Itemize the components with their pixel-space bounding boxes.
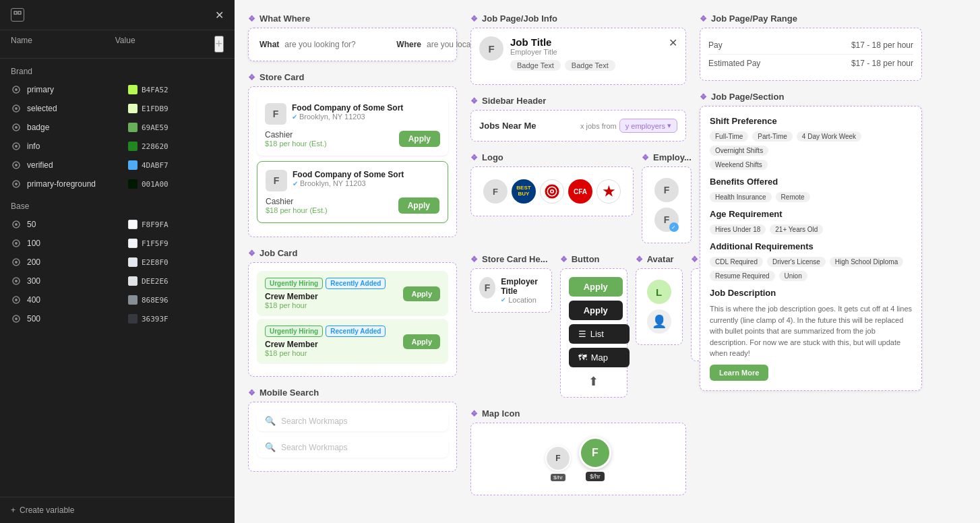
apply-btn-job-1[interactable]: Apply bbox=[403, 286, 440, 301]
chip-under18: Hires Under 18 bbox=[710, 224, 766, 235]
search-icon-2: 🔍 bbox=[265, 442, 276, 452]
var-value-badge: 69AE59 bbox=[128, 123, 224, 132]
var-row-info[interactable]: info 228620 bbox=[0, 137, 235, 156]
create-variable-button[interactable]: + Create variable bbox=[11, 505, 74, 515]
pay-range-title: ❖ Job Page/Pay Range bbox=[700, 13, 922, 24]
employer-avatar-1: F bbox=[265, 103, 286, 125]
panel-close-button[interactable]: ✕ bbox=[215, 9, 224, 22]
map-pin-gray-sm: F bbox=[545, 445, 571, 471]
badge-text-1: Badge Text bbox=[510, 60, 561, 71]
job-pay-1: $18 per hour (Est.) bbox=[265, 140, 327, 148]
map-pin-gray-label: $/hr bbox=[551, 474, 565, 481]
var-row-500[interactable]: 500 36393F bbox=[0, 309, 235, 328]
pay-range-label: Job Page/Pay Range bbox=[711, 13, 797, 24]
btn-apply-dark[interactable]: Apply bbox=[569, 301, 623, 320]
what-input[interactable] bbox=[284, 40, 386, 49]
var-name-100: 100 bbox=[27, 239, 123, 248]
job-pay-sm-1: $18 per hour bbox=[265, 301, 398, 309]
button-list: Apply Apply ☰ List 🗺 Map ⬆ bbox=[569, 277, 619, 389]
var-row-verified[interactable]: verified 4DABF7 bbox=[0, 156, 235, 175]
diamond-icon: ❖ bbox=[248, 14, 255, 24]
shift-chips: Full-Time Part-Time 4 Day Work Week Over… bbox=[710, 131, 912, 156]
btn-list[interactable]: ☰ List bbox=[569, 324, 630, 344]
var-name-selected: selected bbox=[27, 104, 123, 113]
sidebar-header-label: Sidebar Header bbox=[482, 96, 546, 106]
apply-button-2[interactable]: Apply bbox=[398, 197, 439, 214]
store-card-2: F Food Company of Some Sort ✔ Brooklyn, … bbox=[257, 161, 448, 223]
chip-cdl: CDL Required bbox=[710, 257, 763, 267]
y-employers-button[interactable]: y employers ▾ bbox=[619, 119, 677, 133]
map-icon-title: ❖ Map Icon bbox=[470, 408, 686, 419]
add-req-chips-1: CDL Required Driver's License High Schoo… bbox=[710, 257, 912, 267]
job-card-2-info: Urgently Hiring Recently Added Crew Memb… bbox=[265, 326, 398, 357]
var-row-badge[interactable]: badge 69AE59 bbox=[0, 118, 235, 137]
var-row-400[interactable]: 400 868E96 bbox=[0, 290, 235, 309]
store-card-container: F Food Company of Some Sort ✔ Brooklyn, … bbox=[248, 86, 457, 237]
var-row-100[interactable]: 100 F1F5F9 bbox=[0, 234, 235, 253]
employer-logos: F F ✓ bbox=[650, 175, 683, 235]
apply-btn-job-2[interactable]: Apply bbox=[403, 334, 440, 349]
color-swatch-badge bbox=[128, 123, 137, 132]
badge-text-2: Badge Text bbox=[565, 60, 615, 71]
chip-21plus: 21+ Years Old bbox=[770, 224, 823, 235]
search-placeholder-1[interactable]: Search Workmaps bbox=[281, 417, 440, 426]
add-req-title: Additional Requirements bbox=[710, 241, 912, 251]
store-card-2-header: F Food Company of Some Sort ✔ Brooklyn, … bbox=[266, 170, 439, 191]
diamond-icon: ❖ bbox=[248, 73, 255, 82]
chip-remote: Remote bbox=[776, 192, 810, 202]
btn-apply-green[interactable]: Apply bbox=[569, 277, 623, 297]
map-icon-btn: 🗺 bbox=[578, 352, 587, 363]
var-row-200[interactable]: 200 E2E8F0 bbox=[0, 253, 235, 272]
job-info-2: Cashier $18 per hour (Est.) bbox=[266, 197, 328, 214]
var-row-300[interactable]: 300 DEE2E6 bbox=[0, 272, 235, 290]
job-pay-2: $18 per hour (Est.) bbox=[266, 206, 328, 214]
pay-label: Pay bbox=[708, 40, 723, 50]
btn-map[interactable]: 🗺 Map bbox=[569, 348, 630, 367]
tag-recently-added-1: Recently Added bbox=[326, 278, 386, 289]
search-placeholder-2[interactable]: Search Workmaps bbox=[281, 443, 440, 452]
var-value-100: F1F5F9 bbox=[128, 239, 224, 248]
map-icon-label: Map Icon bbox=[482, 408, 520, 419]
var-row-50[interactable]: 50 F8F9FA bbox=[0, 215, 235, 234]
avatar-title: ❖ Avatar bbox=[636, 254, 683, 264]
color-swatch-primary bbox=[128, 85, 137, 94]
job-card-label: Job Card bbox=[259, 248, 297, 258]
job-name-1: Crew Member bbox=[265, 292, 398, 301]
verified-icon-1: ✔ bbox=[292, 113, 297, 121]
var-name-info: info bbox=[27, 142, 123, 151]
logo-target bbox=[540, 179, 564, 204]
var-row-primary[interactable]: primary B4FA52 bbox=[0, 80, 235, 99]
verified-badge: ✓ bbox=[669, 222, 679, 232]
job-info-section: ❖ Job Page/Job Info F Job Title Employer… bbox=[470, 13, 686, 85]
svg-rect-1 bbox=[18, 11, 21, 14]
apply-button-1[interactable]: Apply bbox=[399, 131, 440, 147]
sidebar-right: x jobs from y employers ▾ bbox=[580, 119, 677, 133]
job-info-close-button[interactable]: ✕ bbox=[669, 36, 677, 49]
employer-section: ❖ Employ... F F ✓ bbox=[642, 152, 692, 243]
store-card-head-card: F Employer Title ✔ Location bbox=[470, 268, 552, 313]
add-variable-button[interactable]: + bbox=[214, 36, 224, 53]
employer-info-1: Food Company of Some Sort ✔ Brooklyn, NY… bbox=[292, 103, 403, 121]
diamond-icon: ❖ bbox=[560, 255, 568, 264]
var-value-500: 36393F bbox=[128, 314, 224, 324]
share-icon: ⬆ bbox=[588, 374, 599, 389]
store-card-title: ❖ Store Card bbox=[248, 72, 457, 82]
color-swatch-verified bbox=[128, 160, 137, 170]
var-row-primary-fg[interactable]: primary-foreground 001A00 bbox=[0, 175, 235, 193]
employer-name-2: Food Company of Some Sort bbox=[293, 170, 404, 179]
mobile-search-section: ❖ Mobile Search 🔍 Search Workmaps 🔍 Sear… bbox=[248, 388, 457, 472]
map-pin-green-wrap: F $/hr bbox=[579, 437, 611, 481]
avatar-container: L 👤 bbox=[636, 268, 683, 345]
var-value-50: F8F9FA bbox=[128, 220, 224, 229]
var-hex-selected: E1FDB9 bbox=[142, 104, 169, 113]
var-row-selected[interactable]: selected E1FDB9 bbox=[0, 99, 235, 118]
employer-info-2: Food Company of Some Sort ✔ Brooklyn, NY… bbox=[293, 170, 404, 187]
learn-more-button[interactable]: Learn More bbox=[710, 365, 768, 381]
diamond-icon: ❖ bbox=[470, 153, 478, 162]
color-swatch-300 bbox=[128, 276, 137, 286]
job-info-card: F Job Title Employer Title Badge Text Ba… bbox=[470, 28, 686, 85]
color-swatch-500 bbox=[128, 314, 137, 324]
color-swatch-200 bbox=[128, 257, 137, 267]
svg-point-25 bbox=[15, 317, 18, 320]
color-swatch-100 bbox=[128, 239, 137, 248]
